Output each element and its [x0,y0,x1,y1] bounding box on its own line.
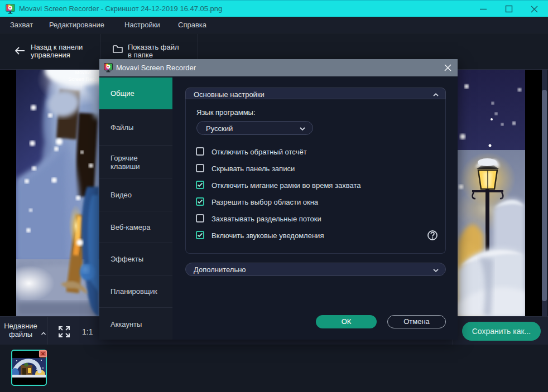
svg-text:Movavi: Movavi [75,70,91,75]
svg-text:Screen Rec...: Screen Rec... [68,76,99,82]
